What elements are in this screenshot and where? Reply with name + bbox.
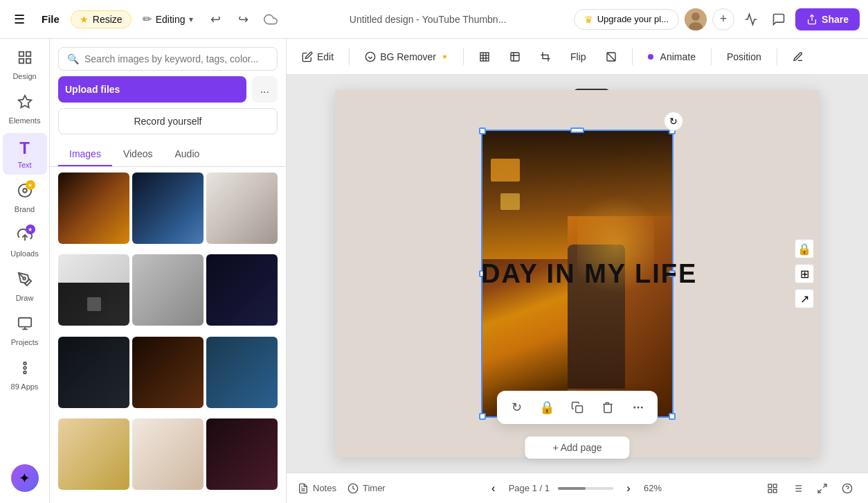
bg-remover-button[interactable]: BG Remover ★	[358, 47, 455, 67]
sidebar-item-projects[interactable]: Projects	[3, 310, 47, 352]
image-thumb-9[interactable]	[206, 337, 278, 408]
page-slider[interactable]	[558, 487, 613, 490]
record-yourself-button[interactable]: Record yourself	[58, 108, 278, 134]
magic-button[interactable]: ✦	[11, 464, 39, 492]
lock-canvas-button[interactable]: 🔒	[795, 239, 814, 258]
fit-canvas-button[interactable]: ⊞	[795, 264, 814, 283]
analytics-icon[interactable]	[740, 8, 762, 30]
draw-icon	[17, 272, 33, 291]
style-copy-button[interactable]	[786, 47, 811, 67]
media-tabs: Images Videos Audio	[50, 143, 286, 167]
position-button[interactable]: Position	[720, 47, 768, 67]
undo-button[interactable]: ↩	[204, 8, 226, 30]
bottom-bar: Notes Timer ‹ Page 1 / 1 › 62%	[287, 473, 868, 503]
svg-rect-13	[18, 318, 30, 327]
sidebar: Design Elements T Text ★ Brand ★ Uploads	[0, 39, 50, 503]
image-thumb-7[interactable]	[58, 337, 129, 408]
topbar: ☰ File ★ Resize ✏ Editing ▾ ↩ ↪ Untitled…	[0, 0, 868, 39]
grid-toggle-button[interactable]	[472, 47, 497, 67]
upload-files-button[interactable]: Upload files	[58, 76, 246, 103]
search-box: 🔍	[58, 47, 278, 71]
flip-button[interactable]: Flip	[563, 47, 593, 67]
timer-button[interactable]: Timer	[347, 483, 386, 494]
list-view-button[interactable]	[788, 479, 807, 498]
next-page-button[interactable]: ›	[622, 482, 635, 495]
sidebar-label-design: Design	[12, 72, 36, 80]
fullscreen-button[interactable]	[813, 479, 832, 498]
resize-button[interactable]: ★ Resize	[71, 10, 132, 28]
editing-mode[interactable]: ✏ Editing ▾	[137, 10, 199, 28]
duplicate-button[interactable]	[566, 396, 588, 418]
sidebar-item-uploads[interactable]: ★ Uploads	[3, 222, 47, 263]
edit-button[interactable]: Edit	[295, 47, 341, 67]
svg-rect-20	[480, 53, 489, 61]
upgrade-button[interactable]: ♛ Upgrade your pl...	[574, 9, 679, 30]
sidebar-item-text[interactable]: T Text	[3, 133, 47, 175]
comments-icon[interactable]	[768, 8, 790, 30]
rotate-button[interactable]: ↻	[505, 396, 527, 418]
pencil-icon: ✏	[143, 12, 152, 26]
more-options-button[interactable]	[627, 396, 649, 418]
sidebar-label-elements: Elements	[9, 116, 41, 125]
menu-icon[interactable]: ☰	[8, 8, 30, 30]
zoom-level: 62%	[644, 483, 662, 493]
image-thumb-4[interactable]	[58, 254, 129, 326]
image-thumb-3[interactable]	[206, 173, 278, 244]
transparency-button[interactable]	[599, 47, 624, 67]
sidebar-item-design[interactable]: Design	[3, 44, 47, 86]
add-page-bar[interactable]: + Add page	[525, 436, 629, 459]
image-thumb-10[interactable]	[58, 418, 129, 490]
animate-button[interactable]: Animate	[641, 47, 703, 67]
image-thumb-2[interactable]	[132, 173, 204, 244]
text-icon: T	[19, 139, 30, 158]
delete-button[interactable]	[597, 396, 619, 418]
view-controls	[763, 479, 857, 498]
expand-canvas-button[interactable]: ↗	[795, 289, 814, 308]
svg-line-46	[818, 489, 822, 493]
grid-view-button[interactable]	[763, 479, 782, 498]
notes-button[interactable]: Notes	[298, 483, 336, 494]
tab-audio[interactable]: Audio	[163, 143, 210, 166]
svg-point-30	[638, 407, 639, 408]
add-account-button[interactable]: +	[712, 8, 734, 30]
design-icon	[17, 50, 33, 69]
tab-images[interactable]: Images	[58, 143, 112, 166]
image-thumb-12[interactable]	[206, 418, 278, 490]
help-button[interactable]	[838, 479, 857, 498]
upload-row: Upload files ...	[58, 76, 278, 103]
sidebar-item-apps[interactable]: 89 Apps	[3, 355, 47, 396]
search-input[interactable]	[84, 53, 269, 64]
sidebar-item-draw[interactable]: Draw	[3, 266, 47, 308]
sidebar-item-elements[interactable]: Elements	[3, 89, 47, 130]
svg-rect-35	[768, 484, 772, 488]
prev-page-button[interactable]: ‹	[487, 482, 500, 495]
svg-rect-6	[19, 59, 23, 63]
upload-more-button[interactable]: ...	[252, 76, 278, 103]
float-toolbar: ↻ 🔒	[497, 391, 658, 424]
svg-point-16	[24, 367, 26, 369]
corner-button[interactable]	[503, 47, 527, 67]
canvas-text[interactable]: DAY IN MY LIFE	[481, 261, 673, 287]
image-thumb-8[interactable]	[132, 337, 204, 408]
toolbar-divider-1	[349, 48, 350, 65]
crop-button[interactable]	[533, 47, 558, 67]
canvas-element[interactable]: DAY IN MY LIFE ↻	[481, 130, 673, 418]
tab-videos[interactable]: Videos	[112, 143, 164, 166]
save-cloud-icon[interactable]	[260, 8, 282, 30]
image-thumb-11[interactable]	[132, 418, 204, 490]
sidebar-item-brand[interactable]: ★ Brand	[3, 177, 47, 219]
lock-button[interactable]: 🔒	[536, 396, 558, 418]
redo-button[interactable]: ↪	[232, 8, 254, 30]
sidebar-label-uploads: Uploads	[10, 249, 38, 258]
svg-rect-37	[768, 489, 772, 493]
rotate-handle[interactable]: ↻	[664, 112, 683, 131]
svg-point-19	[365, 52, 374, 61]
canvas-scroll[interactable]: Crop	[287, 75, 868, 473]
user-avatar[interactable]	[685, 8, 707, 30]
chevron-down-icon: ▾	[189, 15, 193, 24]
image-thumb-1[interactable]	[58, 173, 129, 244]
image-thumb-5[interactable]	[132, 254, 204, 326]
image-thumb-6[interactable]	[206, 254, 278, 326]
file-menu[interactable]: File	[36, 10, 65, 28]
share-button[interactable]: Share	[795, 8, 860, 30]
